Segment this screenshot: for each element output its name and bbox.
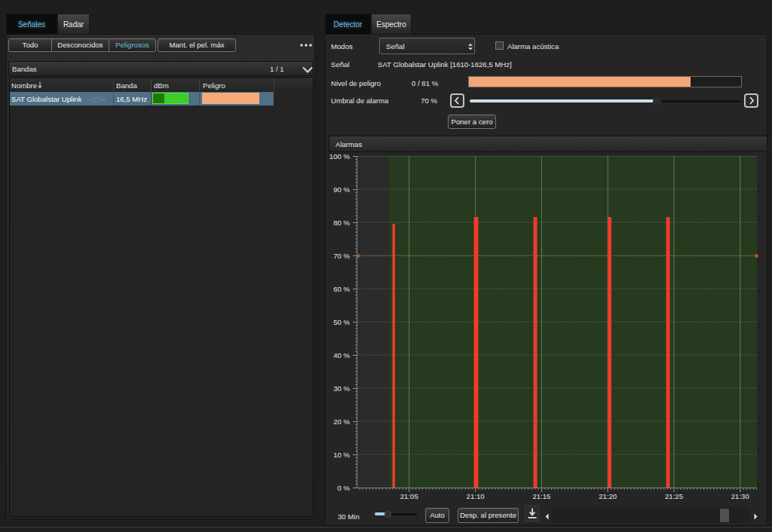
svg-text:0 %: 0 % — [337, 484, 350, 492]
svg-text:80 %: 80 % — [333, 219, 350, 227]
svg-text:30 %: 30 % — [333, 384, 350, 393]
svg-text:60 %: 60 % — [333, 285, 350, 293]
svg-text:70 %: 70 % — [333, 252, 350, 260]
svg-text:40 %: 40 % — [333, 351, 350, 359]
svg-text:21:20: 21:20 — [599, 492, 617, 500]
svg-text:20 %: 20 % — [333, 417, 350, 426]
svg-text:21:10: 21:10 — [467, 492, 485, 500]
svg-text:90 %: 90 % — [333, 185, 350, 194]
svg-text:50 %: 50 % — [333, 318, 350, 326]
svg-text:10 %: 10 % — [333, 451, 350, 459]
svg-text:100 %: 100 % — [329, 152, 351, 161]
svg-text:21:15: 21:15 — [532, 492, 550, 500]
svg-text:21:30: 21:30 — [731, 492, 749, 500]
svg-text:21:25: 21:25 — [665, 492, 683, 500]
svg-text:21:05: 21:05 — [400, 492, 418, 500]
